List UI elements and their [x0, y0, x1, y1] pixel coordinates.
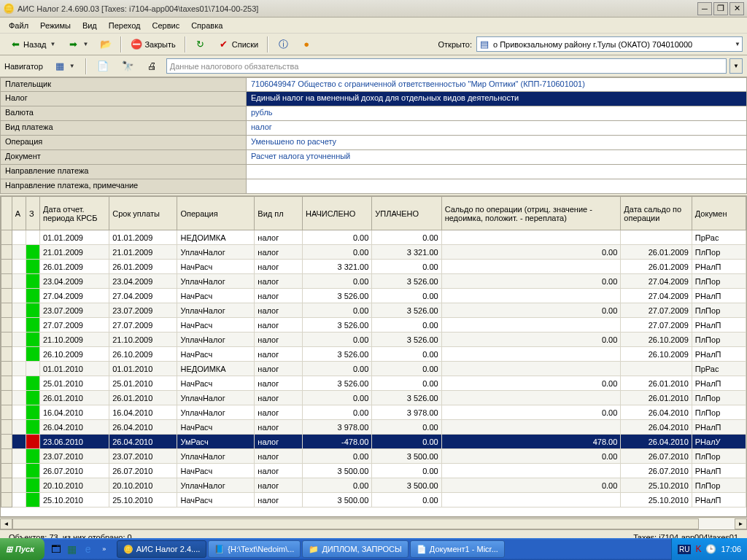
form-value[interactable]: рубль — [247, 106, 747, 121]
col-operation[interactable]: Операция — [177, 197, 255, 230]
nav-grid-button[interactable]: ▦▼ — [49, 58, 80, 74]
scroll-left-button[interactable]: ◄ — [0, 518, 12, 529]
col-a[interactable]: А — [12, 197, 26, 230]
minimize-button[interactable]: ─ — [697, 2, 712, 15]
table-row[interactable]: 27.07.2009 27.07.2009 НачРасч налог 3 52… — [1, 318, 746, 332]
col-due-date[interactable]: Срок уплаты — [109, 197, 177, 230]
table-row[interactable]: 23.07.2009 23.07.2009 УплачНалог налог 0… — [1, 303, 746, 318]
table-row[interactable]: 23.04.2009 23.04.2009 УплачНалог налог 0… — [1, 274, 746, 289]
open-select[interactable]: ▤ ▼ — [476, 36, 743, 52]
navigator-dropdown[interactable]: ▼ — [729, 58, 743, 74]
form-value[interactable]: Уменьшено по расчету — [247, 136, 747, 150]
folder-up-button[interactable]: 📂 — [95, 36, 117, 52]
horizontal-scrollbar[interactable]: ◄ ► — [0, 517, 747, 529]
col-date-period[interactable]: Дата отчет. периода КРСБ — [39, 197, 109, 230]
refresh-button[interactable]: ↻ — [190, 36, 212, 52]
cell-accrued: 3 526.00 — [303, 347, 372, 362]
nav-print-button[interactable]: 🖨 — [142, 58, 163, 74]
cell-pay-type: налог — [255, 332, 303, 347]
col-paid[interactable]: УПЛАЧЕНО — [372, 197, 441, 230]
restore-button[interactable]: ❐ — [713, 2, 728, 15]
ql-show-desktop-icon[interactable]: 🗔 — [49, 541, 63, 557]
cell-accrued: 0.00 — [303, 449, 372, 464]
form-value[interactable]: Расчет налога уточненный — [247, 150, 747, 165]
navigator-search[interactable]: Данные налогового обязательства — [166, 58, 727, 74]
table-row[interactable]: 01.01.2010 01.01.2010 НЕДОИМКА налог 0.0… — [1, 362, 746, 376]
form-value[interactable] — [247, 165, 747, 179]
cell-balance-date — [621, 362, 692, 376]
table-row[interactable]: 25.01.2010 25.01.2010 НачРасч налог 3 52… — [1, 376, 746, 391]
table-row[interactable]: 27.04.2009 27.04.2009 НачРасч налог 3 52… — [1, 289, 746, 303]
info-button[interactable]: ⓘ — [272, 36, 294, 52]
taskbar-task[interactable]: 🪙АИС Налог 2.4.... — [117, 540, 207, 558]
nav-doc-button[interactable]: 📄 — [92, 58, 114, 74]
cell-a — [12, 449, 26, 464]
window-title: АИС Налог 2.4.690.03 [Taxes: i7104-app00… — [18, 4, 697, 13]
table-row[interactable]: 26.10.2009 26.10.2009 НачРасч налог 3 52… — [1, 347, 746, 362]
clock[interactable]: 17:06 — [721, 545, 741, 553]
scroll-right-button[interactable]: ► — [735, 518, 747, 529]
cell-z — [26, 260, 39, 274]
table-row[interactable]: 26.01.2009 26.01.2009 НачРасч налог 3 32… — [1, 260, 746, 274]
lists-button[interactable]: ✔ Списки — [213, 36, 264, 52]
close-button[interactable]: ⛔ Закрыть — [125, 36, 180, 52]
form-value[interactable]: налог — [247, 121, 747, 136]
table-row[interactable]: 23.06.2010 26.04.2010 УмРасч налог -478.… — [1, 435, 746, 449]
table-row[interactable]: 21.10.2009 21.10.2009 УплачНалог налог 0… — [1, 332, 746, 347]
table-row[interactable]: 26.01.2010 26.01.2010 УплачНалог налог 0… — [1, 391, 746, 405]
ql-more-icon[interactable]: » — [97, 541, 112, 557]
tray-lang-icon[interactable]: RU — [678, 545, 691, 554]
table-row[interactable]: 23.07.2010 23.07.2010 УплачНалог налог 0… — [1, 449, 746, 464]
col-balance[interactable]: Сальдо по операции (отриц. значение - не… — [441, 197, 621, 230]
close-window-button[interactable]: ✕ — [729, 2, 744, 15]
form-value[interactable]: 7106049947 Общество с ограниченной ответ… — [247, 77, 747, 92]
table-row[interactable]: 16.04.2010 16.04.2010 УплачНалог налог 0… — [1, 405, 746, 420]
menu-item[interactable]: Режимы — [34, 20, 77, 31]
cell-pay-type: налог — [255, 449, 303, 464]
menu-item[interactable]: Вид — [77, 20, 103, 31]
col-accrued[interactable]: НАЧИСЛЕНО — [303, 197, 372, 230]
table-row[interactable]: 26.07.2010 26.07.2010 НачРасч налог 3 50… — [1, 464, 746, 478]
windows-icon: ⊞ — [6, 545, 12, 554]
close-label: Закрыть — [144, 40, 175, 49]
col-z[interactable]: З — [26, 197, 39, 230]
data-grid[interactable]: А З Дата отчет. периода КРСБ Срок уплаты… — [0, 195, 747, 517]
menu-item[interactable]: Файл — [3, 20, 34, 31]
taskbar-task[interactable]: 📁ДИПЛОМ, ЗАПРОСЫ — [302, 540, 408, 558]
col-pay-type[interactable]: Вид пл — [255, 197, 303, 230]
tray-av-icon[interactable]: K — [695, 544, 701, 554]
taskbar-task[interactable]: 📘{H:\Text\Nedoim\... — [208, 540, 301, 558]
col-balance-date[interactable]: Дата сальдо по операции — [621, 197, 692, 230]
menu-item[interactable]: Сервис — [146, 20, 185, 31]
col-doc[interactable]: Докумен — [692, 197, 746, 230]
cell-accrued: 0.00 — [303, 405, 372, 420]
menu-item[interactable]: Переход — [103, 20, 147, 31]
back-button[interactable]: ⬅ Назад ▼ — [4, 36, 61, 52]
table-row[interactable]: 01.01.2009 01.01.2009 НЕДОИМКА налог 0.0… — [1, 230, 746, 245]
table-row[interactable]: 26.04.2010 26.04.2010 НачРасч налог 3 97… — [1, 420, 746, 435]
taskbar-task[interactable]: 📄Документ1 - Micr... — [410, 540, 505, 558]
table-row[interactable]: 25.10.2010 25.10.2010 НачРасч налог 3 50… — [1, 493, 746, 508]
table-row[interactable]: 21.01.2009 21.01.2009 УплачНалог налог 0… — [1, 245, 746, 260]
table-row[interactable]: 20.10.2010 20.10.2010 УплачНалог налог 0… — [1, 478, 746, 493]
form-value[interactable] — [247, 179, 747, 194]
start-button[interactable]: ⊞ Пуск — [0, 538, 44, 560]
form-label: Налог — [0, 92, 247, 106]
cell-a — [12, 362, 26, 376]
scroll-track[interactable] — [12, 518, 735, 529]
ql-ie-icon[interactable]: e — [81, 541, 96, 557]
chevron-down-icon[interactable]: ▼ — [735, 41, 740, 47]
cell-operation: НачРасч — [177, 260, 255, 274]
tray-volume-icon[interactable]: 🕒 — [705, 544, 716, 554]
scroll-thumb[interactable] — [12, 518, 699, 529]
open-input[interactable] — [493, 40, 730, 49]
form-value[interactable]: Единый налог на вмененный доход для отде… — [247, 92, 747, 106]
cell-operation: УплачНалог — [177, 478, 255, 493]
menu-item[interactable]: Справка — [185, 20, 228, 31]
ql-excel-icon[interactable]: ▦ — [65, 541, 80, 557]
warning-button[interactable]: ● — [295, 36, 317, 52]
cell-z — [26, 347, 39, 362]
forward-button[interactable]: ➡ ▼ — [62, 36, 93, 52]
cell-accrued: 3 526.00 — [303, 376, 372, 391]
nav-find-button[interactable]: 🔭 — [117, 58, 139, 74]
